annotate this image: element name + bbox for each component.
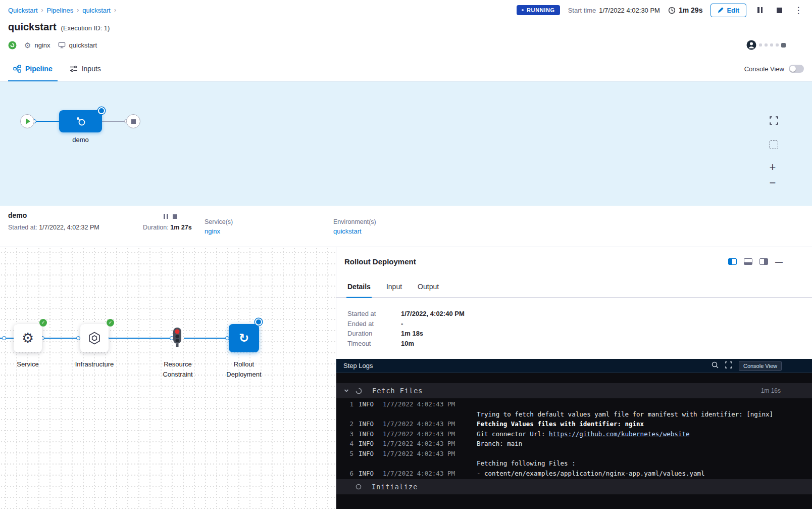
breadcrumb: Quickstart › Pipelines › quickstart ›	[8, 7, 116, 14]
stage-node-demo[interactable]	[59, 110, 102, 132]
edit-button[interactable]: Edit	[710, 4, 746, 17]
stop-icon	[777, 8, 782, 13]
log-time: 1/7/2022 4:02:43 PM	[383, 430, 469, 438]
layout-split-left-button[interactable]	[728, 258, 737, 265]
log-section-initialize[interactable]: Initialize	[336, 479, 812, 494]
elapsed-time: 1m 29s	[668, 6, 702, 14]
zoom-out-button[interactable]: −	[766, 176, 779, 190]
running-indicator	[98, 107, 105, 114]
minimize-panel-button[interactable]: —	[775, 257, 783, 266]
stop-icon	[173, 214, 177, 219]
layout-split-left-icon	[728, 258, 737, 265]
log-time: 1/7/2022 4:02:43 PM	[383, 420, 469, 428]
edit-button-label: Edit	[727, 7, 739, 14]
log-level: INFO	[359, 430, 379, 438]
tab-pipeline[interactable]: Pipeline	[8, 57, 58, 81]
tab-input[interactable]: Input	[385, 275, 403, 297]
start-time: Start time1/7/2022 4:02:30 PM	[568, 7, 660, 14]
stage-duration: Duration: 1m 27s	[143, 224, 192, 231]
more-options-button[interactable]: ⋮	[793, 5, 804, 16]
log-message: Fetching following Files :	[477, 459, 576, 467]
log-expand-button[interactable]	[725, 361, 732, 370]
service-link[interactable]: nginx	[205, 227, 233, 235]
log-section-name: Fetch Files	[372, 387, 423, 395]
pause-icon	[164, 214, 168, 219]
services-label: Service(s)	[205, 218, 233, 225]
breadcrumb-project[interactable]: Quickstart	[8, 7, 38, 14]
field-row: Timeout10m	[347, 339, 465, 349]
breadcrumb-pipelines[interactable]: Pipelines	[47, 7, 74, 14]
step-detail-panel: Rollout Deployment — Details Input Outpu…	[336, 247, 812, 509]
console-view-toggle[interactable]	[789, 65, 804, 73]
stop-icon	[131, 119, 136, 124]
layout-right-button[interactable]	[759, 258, 768, 265]
play-icon	[26, 118, 30, 124]
connector-dot	[2, 336, 6, 340]
abort-execution-button[interactable]	[774, 5, 785, 16]
stage-pause-button[interactable]	[164, 213, 168, 220]
environment-link[interactable]: quickstart	[333, 227, 376, 235]
started-label: Started at:	[8, 224, 37, 231]
log-line: 6INFO1/7/2022 4:02:43 PM- content/en/exa…	[336, 469, 812, 479]
tab-inputs[interactable]: Inputs	[65, 57, 106, 81]
log-message: - content/en/examples/application/nginx-…	[477, 470, 705, 477]
tab-output[interactable]: Output	[417, 275, 440, 297]
line-number: 4	[346, 440, 353, 447]
status-text: RUNNING	[527, 7, 555, 13]
cd-module-icon	[8, 41, 17, 50]
fullscreen-icon	[770, 116, 778, 125]
layout-right-icon	[759, 258, 768, 265]
field-value: -	[401, 320, 403, 328]
start-time-label: Start time	[568, 7, 596, 14]
service-gear-icon: ⚙	[24, 41, 31, 49]
log-console-view-button[interactable]: Console View	[739, 361, 782, 371]
log-link[interactable]: https://github.com/kubernetes/website	[549, 430, 689, 438]
log-search-button[interactable]	[712, 361, 719, 370]
pipeline-execution-page: Quickstart › Pipelines › quickstart › RU…	[0, 0, 812, 509]
service-name: nginx	[34, 41, 50, 49]
step-node-rollout-deployment[interactable]: ↻	[229, 324, 259, 352]
rollout-icon: ↻	[239, 332, 249, 344]
execution-progress	[746, 40, 786, 50]
pause-execution-button[interactable]	[754, 5, 766, 16]
log-message: Trying to fetch default values yaml file…	[477, 410, 773, 418]
detail-fields: Started at1/7/2022, 4:02:40 PM Ended at-…	[347, 309, 465, 348]
entity-row: ⚙ nginx quickstart	[8, 40, 97, 50]
elapsed-value: 1m 29s	[679, 6, 702, 14]
field-row: Duration1m 18s	[347, 329, 465, 339]
breadcrumb-separator: ›	[77, 7, 79, 14]
step-label-service: Service	[5, 359, 50, 369]
canvas-fullscreen-button[interactable]	[767, 114, 780, 127]
breadcrumb-pipeline-name[interactable]: quickstart	[82, 7, 111, 14]
canvas-marquee-select-button[interactable]	[767, 138, 780, 151]
status-dot-icon	[522, 9, 524, 11]
environment-name: quickstart	[69, 41, 97, 49]
step-node-resource-constraint[interactable]	[172, 327, 183, 350]
pipeline-start-node	[20, 114, 34, 128]
stage-label: demo	[59, 136, 102, 144]
log-line: 5INFO1/7/2022 4:02:43 PM	[336, 449, 812, 459]
step-node-service[interactable]: ⚙	[14, 324, 42, 352]
progress-dot	[776, 43, 779, 47]
stage-abort-button[interactable]	[173, 214, 177, 219]
log-section-fetch-files[interactable]: Fetch Files 1m 16s	[336, 383, 812, 398]
console-view-label: Console View	[744, 65, 784, 73]
layout-bottom-button[interactable]	[744, 258, 752, 265]
log-time: 1/7/2022 4:02:43 PM	[383, 440, 469, 447]
log-level: INFO	[359, 400, 379, 408]
duration-value: 1m 27s	[170, 224, 191, 231]
log-line: 1INFO1/7/2022 4:02:43 PM	[336, 399, 812, 409]
pencil-icon	[718, 7, 724, 13]
pipeline-icon	[13, 65, 21, 73]
zoom-in-button[interactable]: +	[766, 161, 779, 174]
log-line: 2INFO1/7/2022 4:02:43 PMFetching Values …	[336, 419, 812, 429]
detail-tabs: Details Input Output	[336, 275, 812, 298]
user-avatar	[746, 40, 756, 50]
field-label: Timeout	[347, 340, 401, 347]
tab-details[interactable]: Details	[346, 275, 372, 297]
chevron-down-icon[interactable]	[341, 386, 351, 396]
step-node-infrastructure[interactable]	[80, 324, 109, 352]
inputs-icon	[70, 65, 78, 73]
progress-dot-current	[781, 43, 786, 48]
log-time: 1/7/2022 4:02:43 PM	[383, 450, 469, 457]
